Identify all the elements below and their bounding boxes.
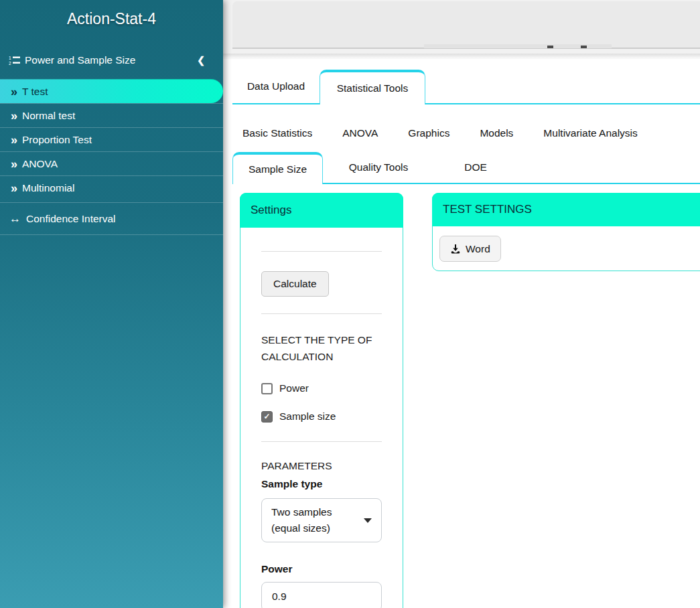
app-root: { "app": { "title": "Action-Stat-4" }, "… xyxy=(0,0,700,608)
spacer xyxy=(323,152,335,183)
sample-type-value-line2: (equal sizes) xyxy=(271,522,330,534)
tab-data-upload[interactable]: Data Upload xyxy=(232,70,320,103)
sidebar-item-anova[interactable]: » ANOVA xyxy=(0,151,223,175)
test-settings-panel: TEST SETTINGS Word xyxy=(432,193,700,271)
angle-double-right-icon: » xyxy=(11,158,16,170)
test-settings-panel-body: Word xyxy=(433,226,700,271)
tab-quality-tools[interactable]: Quality Tools xyxy=(335,152,422,183)
settings-panel-header: Settings xyxy=(240,193,403,228)
settings-panel: Settings Calculate SELECT THE TYPE OF CA… xyxy=(240,193,403,608)
sample-type-select[interactable]: Two samples (equal sizes) xyxy=(261,498,382,542)
test-settings-panel-title: TEST SETTINGS xyxy=(443,203,532,216)
power-checkbox-row: Power xyxy=(261,382,382,394)
main-tab-bar: Data Upload Statistical Tools xyxy=(232,70,700,104)
angle-double-right-icon: » xyxy=(11,134,16,146)
sidebar-section-label: Power and Sample Size xyxy=(25,54,135,66)
tab-basic-statistics[interactable]: Basic Statistics xyxy=(232,127,322,139)
word-export-button[interactable]: Word xyxy=(439,236,501,262)
tab-models[interactable]: Models xyxy=(470,127,523,139)
chevron-left-icon[interactable]: ❮ xyxy=(197,55,214,66)
sample-type-label: Sample type xyxy=(261,478,382,490)
calculation-type-heading: SELECT THE TYPE OF CALCULATION xyxy=(261,331,382,365)
angle-double-right-icon: » xyxy=(11,110,16,122)
top-header-panel xyxy=(232,1,700,49)
tab-label: Data Upload xyxy=(247,80,305,92)
settings-panel-title: Settings xyxy=(251,204,291,217)
sidebar: Action-Stat-4 1 2 Power and Sample Size … xyxy=(0,0,223,608)
caret-down-icon xyxy=(364,518,372,523)
tab-multivariate-analysis[interactable]: Multivariate Analysis xyxy=(533,127,647,139)
test-settings-panel-header: TEST SETTINGS xyxy=(432,193,700,226)
sidebar-item-label: Multinomial xyxy=(22,182,74,194)
sidebar-item-label: ANOVA xyxy=(22,158,58,170)
download-icon xyxy=(450,244,461,254)
parameters-heading: PARAMETERS xyxy=(261,460,382,472)
tab-label: Statistical Tools xyxy=(337,82,409,94)
sidebar-item-label: Normal test xyxy=(22,110,75,122)
main-content: Data Upload Statistical Tools Basic Stat… xyxy=(223,0,700,608)
sidebar-menu: » T test » Normal test » Proportion Test… xyxy=(0,79,223,200)
app-title: Action-Stat-4 xyxy=(0,0,223,31)
tab-label: Quality Tools xyxy=(349,161,408,173)
sidebar-item-label: Proportion Test xyxy=(22,134,92,146)
tools-tab-row-1: Basic Statistics ANOVA Graphics Models M… xyxy=(232,114,700,152)
tab-label: Sample Size xyxy=(249,163,307,175)
sidebar-section-power-sample-size[interactable]: 1 2 Power and Sample Size ❮ xyxy=(0,48,223,73)
power-field-label: Power xyxy=(261,563,382,575)
tab-label: DOE xyxy=(464,161,487,173)
clipped-content-mark xyxy=(581,46,587,48)
header-shadow xyxy=(223,54,700,59)
sidebar-item-multinomial[interactable]: » Multinomial xyxy=(0,175,223,200)
settings-panel-body: Calculate SELECT THE TYPE OF CALCULATION… xyxy=(240,251,403,608)
tab-anova[interactable]: ANOVA xyxy=(332,127,388,139)
tab-sample-size[interactable]: Sample Size xyxy=(232,152,323,184)
list-ol-icon: 1 2 xyxy=(9,56,20,66)
divider xyxy=(261,251,382,252)
tools-tab-row-2: Sample Size Quality Tools DOE xyxy=(232,152,700,183)
power-input[interactable] xyxy=(261,582,382,608)
power-checkbox-label: Power xyxy=(279,382,309,394)
svg-text:1: 1 xyxy=(9,56,11,60)
sidebar-item-label: Confidence Interval xyxy=(26,213,116,225)
svg-text:2: 2 xyxy=(9,61,11,66)
check-icon: ✓ xyxy=(263,412,270,421)
tab-statistical-tools[interactable]: Statistical Tools xyxy=(320,70,425,104)
sample-type-value-line1: Two samples xyxy=(271,506,332,518)
sidebar-item-proportion-test[interactable]: » Proportion Test xyxy=(0,127,223,151)
calculate-button[interactable]: Calculate xyxy=(261,271,329,297)
sample-size-checkbox[interactable]: ✓ xyxy=(261,411,273,423)
tab-doe[interactable]: DOE xyxy=(432,152,519,183)
top-header-bar xyxy=(223,0,700,59)
clipped-content-mark xyxy=(547,46,553,48)
word-button-label: Word xyxy=(466,243,490,255)
sample-type-value: Two samples (equal sizes) xyxy=(271,504,332,536)
divider xyxy=(261,313,382,314)
tab-graphics[interactable]: Graphics xyxy=(398,127,460,139)
sidebar-item-label: T test xyxy=(22,86,48,98)
sample-size-checkbox-row: ✓ Sample size xyxy=(261,410,382,423)
power-checkbox[interactable] xyxy=(261,383,273,394)
divider xyxy=(261,441,382,442)
arrows-left-right-icon: ↔ xyxy=(9,212,21,226)
sidebar-item-normal-test[interactable]: » Normal test xyxy=(0,103,223,127)
angle-double-right-icon: » xyxy=(11,86,16,98)
tools-tab-bar: Basic Statistics ANOVA Graphics Models M… xyxy=(232,114,700,184)
sidebar-item-confidence-interval[interactable]: ↔ Confidence Interval xyxy=(0,202,223,235)
angle-double-right-icon: » xyxy=(11,182,16,194)
sidebar-item-t-test[interactable]: » T test xyxy=(0,79,223,103)
sample-size-checkbox-label: Sample size xyxy=(279,410,336,423)
